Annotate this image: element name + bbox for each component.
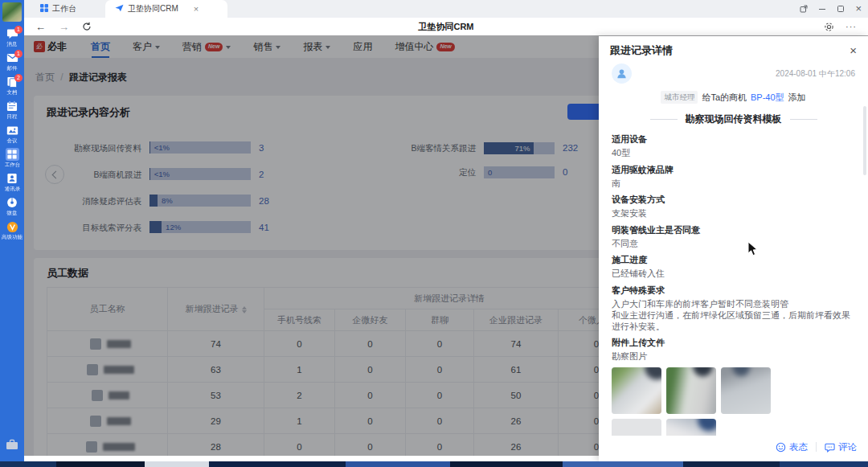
more-options-icon[interactable]: ··· <box>845 22 857 31</box>
tabs: 工作台卫垫协同CRM× <box>24 0 227 18</box>
browser-tab-1[interactable]: 工作台 <box>31 0 86 18</box>
attachment-thumbnail[interactable] <box>612 367 661 414</box>
detail-field: 附件上传文件勘察图片 <box>612 337 855 362</box>
close-drawer-icon[interactable]: × <box>850 45 857 56</box>
sidebar-items: 1消息1邮件2文档日程会议工作台通讯录微盘高级功能 <box>0 25 24 242</box>
taskbar-segment <box>780 461 868 467</box>
premium-icon <box>6 220 19 233</box>
sidebar-item-label: 文档 <box>7 89 18 95</box>
settings-gear-icon[interactable] <box>824 22 834 32</box>
sidebar-item-label: 邮件 <box>7 65 18 71</box>
footer-divider <box>816 442 817 452</box>
field-label: 适用设备 <box>612 133 855 145</box>
forward-icon[interactable]: → <box>59 21 69 33</box>
sidebar-item-label: 工作台 <box>4 162 19 167</box>
calendar-icon <box>6 100 19 113</box>
blurred-photo <box>612 367 661 414</box>
field-value: 南 <box>612 178 855 189</box>
drawer-scrollbar[interactable] <box>863 106 866 175</box>
comment-label: 评论 <box>838 441 857 453</box>
drawer-header: 跟进记录详情 × <box>599 36 868 61</box>
detail-field: 适用设备40型 <box>612 133 855 158</box>
minimize-icon[interactable] <box>818 5 826 13</box>
blurred-photo <box>666 367 716 414</box>
workbench-tab-icon <box>40 4 48 14</box>
comment-action[interactable]: 评论 <box>825 441 857 453</box>
tab-label: 工作台 <box>52 3 76 14</box>
field-value: 和业主进行沟通，在前坪绿化区域预留三通，后期前坪看效果进行补安装。 <box>612 309 855 332</box>
record-action-line: 城市经理 给Ta的商机 BP-40型 添加 <box>612 91 855 104</box>
attachment-thumbnail[interactable] <box>721 367 771 414</box>
react-action[interactable]: 表态 <box>776 441 808 453</box>
sidebar-item-label: 通讯录 <box>4 186 19 191</box>
detail-field: 适用驱蚊液品牌南 <box>612 164 855 189</box>
taskbar-segment <box>56 461 145 467</box>
browser-toolbar: ← → 卫垫协同CRM ··· <box>24 18 868 36</box>
workbench-icon <box>6 148 19 161</box>
sidebar-item-label: 日程 <box>7 113 18 119</box>
back-icon[interactable]: ← <box>35 21 46 33</box>
app-sidebar: 1消息1邮件2文档日程会议工作台通讯录微盘高级功能 <box>0 0 24 461</box>
react-label: 表态 <box>789 441 808 453</box>
taskbar-segment <box>0 461 56 467</box>
toolbar-actions: ··· <box>824 22 857 32</box>
sidebar-item-calendar[interactable]: 日程 <box>0 97 24 121</box>
close-window-icon[interactable]: × <box>855 5 862 13</box>
role-tag: 城市经理 <box>661 91 698 104</box>
detail-field: 客户特殊要求入户大门和车库的前坪客户暂时不同意装明管和业主进行沟通，在前坪绿化区… <box>612 285 855 332</box>
page-title: 卫垫协同CRM <box>24 21 868 33</box>
record-timestamp: 2024-08-01 中午12:06 <box>776 68 855 80</box>
os-taskbar[interactable] <box>0 461 868 467</box>
meeting-icon <box>6 124 19 137</box>
field-label: 客户特殊要求 <box>612 285 855 296</box>
attachment-thumbnail[interactable] <box>666 367 716 414</box>
sidebar-item-label: 消息 <box>7 41 18 47</box>
sidebar-item-contacts[interactable]: 通讯录 <box>0 170 24 194</box>
action-prefix: 给Ta的商机 <box>702 92 747 104</box>
field-value: 已经铺砖入住 <box>612 268 855 279</box>
drive-icon <box>6 196 19 209</box>
sidebar-item-premium[interactable]: 高级功能 <box>0 218 24 242</box>
attachment-thumbnail[interactable] <box>612 419 661 436</box>
briefcase-icon[interactable] <box>0 436 24 452</box>
popup-window-icon[interactable] <box>800 5 808 13</box>
field-value: 不同意 <box>612 238 855 249</box>
detail-field: 施工进度已经铺砖入住 <box>612 254 855 279</box>
sidebar-item-label: 微盘 <box>7 210 18 215</box>
blurred-photo <box>612 419 661 436</box>
refresh-icon[interactable] <box>82 21 92 33</box>
sidebar-item-workbench[interactable]: 工作台 <box>0 145 24 170</box>
badge-count: 2 <box>14 74 23 82</box>
template-divider: 勘察现场回传资料模板 <box>612 113 855 126</box>
attachment-thumbnail[interactable] <box>666 419 716 436</box>
tab-label: 卫垫协同CRM <box>128 3 178 14</box>
toolbar-nav-icons: ← → <box>35 21 92 33</box>
drawer-title: 跟进记录详情 <box>610 43 673 58</box>
sidebar-item-drive[interactable]: 微盘 <box>0 194 24 218</box>
opportunity-link[interactable]: BP-40型 <box>751 92 784 104</box>
field-label: 明装管线业主是否同意 <box>612 224 855 236</box>
sidebar-item-messages[interactable]: 1消息 <box>0 25 24 49</box>
field-label: 设备安装方式 <box>612 194 855 205</box>
sidebar-item-meeting[interactable]: 会议 <box>0 121 24 145</box>
sidebar-item-docs[interactable]: 2文档 <box>0 73 24 97</box>
badge-count: 1 <box>14 26 23 34</box>
taskbar-segment <box>563 461 683 467</box>
sidebar-item-label: 会议 <box>7 137 18 143</box>
record-meta: 2024-08-01 中午12:06 <box>612 63 855 84</box>
browser-tab-2[interactable]: 卫垫协同CRM× <box>105 0 227 18</box>
close-tab-icon[interactable]: × <box>194 4 199 14</box>
detail-fields: 适用设备40型适用驱蚊液品牌南设备安装方式支架安装明装管线业主是否同意不同意施工… <box>612 133 855 362</box>
maximize-icon[interactable] <box>837 5 845 13</box>
field-label: 附件上传文件 <box>612 337 855 348</box>
blurred-photo <box>666 419 716 436</box>
taskbar-segment <box>346 461 450 467</box>
field-value: 入户大门和车库的前坪客户暂时不同意装明管 <box>612 298 855 309</box>
taskbar-segment <box>209 461 346 467</box>
blurred-photo <box>721 367 771 414</box>
sidebar-item-label: 高级功能 <box>2 234 23 240</box>
contacts-icon <box>6 172 19 185</box>
sidebar-item-mail[interactable]: 1邮件 <box>0 49 24 73</box>
user-avatar[interactable] <box>2 2 22 22</box>
drawer-footer: 表态 评论 <box>599 436 868 461</box>
